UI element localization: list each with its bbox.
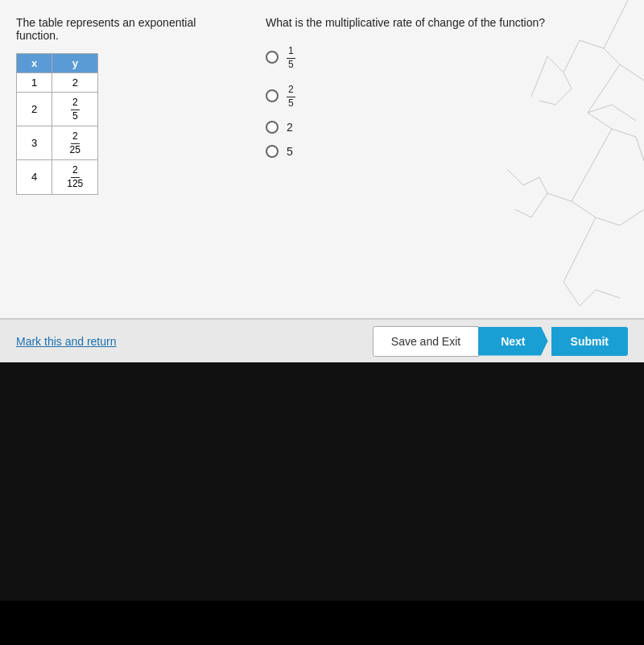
main-content: The table represents an exponential func…: [0, 0, 644, 362]
data-table: x y 1 2 2 2 5: [16, 53, 98, 195]
option-2[interactable]: 2: [266, 121, 628, 134]
fraction-option-2-5: 2 5: [287, 84, 295, 110]
bottom-bar: Mark this and return Save and Exit Next …: [0, 318, 644, 362]
left-question-title: The table represents an exponential func…: [16, 16, 242, 42]
cell-x3: 3: [17, 126, 52, 160]
option-label-5: 5: [287, 145, 293, 158]
save-exit-button[interactable]: Save and Exit: [373, 326, 479, 357]
cell-x2: 2: [17, 93, 52, 126]
right-question-title: What is the multiplicative rate of chang…: [266, 16, 628, 29]
cell-y3: 2 25: [52, 126, 98, 160]
option-2-fifth[interactable]: 2 5: [266, 82, 628, 110]
option-label-2: 2: [287, 121, 293, 134]
cell-y1: 2: [52, 73, 98, 93]
table-row: 4 2 125: [17, 160, 98, 194]
col-x-header: x: [17, 54, 52, 73]
col-y-header: y: [52, 54, 98, 73]
black-bottom-area: [0, 362, 644, 601]
button-group: Save and Exit Next Submit: [373, 326, 628, 357]
table-row: 2 2 5: [17, 93, 98, 126]
radio-2-fifth[interactable]: [266, 89, 279, 102]
fraction-2-5: 2 5: [71, 97, 80, 122]
option-1-fifth[interactable]: 1 5: [266, 43, 628, 71]
table-row: 3 2 25: [17, 126, 98, 160]
cell-y4: 2 125: [52, 160, 98, 194]
fraction-2-25: 2 25: [68, 130, 82, 156]
cell-x1: 1: [17, 73, 52, 93]
right-panel: What is the multiplicative rate of chang…: [266, 16, 628, 302]
option-5[interactable]: 5: [266, 145, 628, 158]
radio-5[interactable]: [266, 145, 279, 158]
question-area: The table represents an exponential func…: [0, 0, 644, 318]
next-button[interactable]: Next: [478, 327, 547, 356]
cell-x4: 4: [17, 160, 52, 194]
mark-return-link[interactable]: Mark this and return: [16, 335, 117, 348]
table-row: 1 2: [17, 73, 98, 93]
radio-2[interactable]: [266, 121, 279, 134]
radio-1-fifth[interactable]: [266, 51, 279, 64]
fraction-2-125: 2 125: [65, 164, 85, 190]
fraction-option-1-5: 1 5: [287, 45, 295, 71]
left-panel: The table represents an exponential func…: [16, 16, 242, 302]
submit-button[interactable]: Submit: [551, 327, 628, 356]
options-list: 1 5 2 5 2: [266, 43, 628, 158]
cell-y2: 2 5: [52, 93, 98, 126]
